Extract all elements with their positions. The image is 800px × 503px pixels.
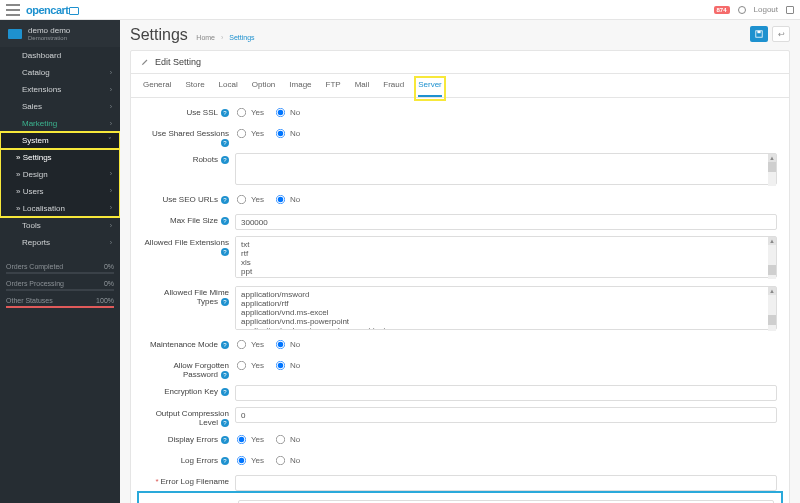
tag-icon [8,69,16,77]
save-icon [755,30,763,38]
brand-logo[interactable]: opencart [26,4,79,16]
tabs: General Store Local Option Image FTP Mai… [131,74,789,98]
disp-err-no[interactable]: No [274,433,300,446]
cart-icon [8,103,16,111]
forgot-no[interactable]: No [274,359,300,372]
panel-heading: Edit Setting [131,51,789,74]
sidebar-stats: Orders Completed0% Orders Processing0% O… [0,259,120,318]
allowed-ext-textarea[interactable]: txt rtf xls ppt odt ods [235,236,777,278]
sidebar-profile: demo demo Demonstration [0,20,120,47]
tooltip-icon[interactable]: ? [221,388,229,396]
maint-no[interactable]: No [274,338,300,351]
server-form: Use SSL? YesNo Use Shared Sessions? YesN… [131,98,789,503]
robots-textarea[interactable] [235,153,777,185]
log-err-no[interactable]: No [274,454,300,467]
tooltip-icon[interactable]: ? [221,109,229,117]
error-filename-input[interactable] [235,475,777,491]
tooltip-icon[interactable]: ? [221,156,229,164]
chart-icon [8,239,16,247]
sidebar-item-system[interactable]: System˅ [0,132,120,149]
pencil-icon [141,58,149,66]
puzzle-icon [8,86,16,94]
back-icon: ↩ [778,30,785,39]
tooltip-icon[interactable]: ? [221,371,229,379]
main-content: Settings Home › Settings ↩ Edit Setting … [120,20,800,503]
avatar [8,29,22,39]
tooltip-icon[interactable]: ? [221,298,229,306]
tab-ftp[interactable]: FTP [326,80,341,97]
share-icon [8,120,16,128]
max-file-input[interactable] [235,214,777,230]
tooltip-icon[interactable]: ? [221,217,229,225]
sidebar-item-reports[interactable]: Reports› [0,234,120,251]
top-right: 874 Logout [714,5,794,14]
wrench-icon [8,222,16,230]
tab-general[interactable]: General [143,80,171,97]
tab-local[interactable]: Local [219,80,238,97]
page-title: Settings [130,26,188,43]
ga-code-row: Google Analytics Code? <script> (functio… [143,497,777,503]
sidebar-sub-design[interactable]: » Design› [0,166,120,183]
tab-store[interactable]: Store [185,80,204,97]
breadcrumb-home[interactable]: Home [196,34,215,41]
tab-mail[interactable]: Mail [355,80,370,97]
seo-no[interactable]: No [274,193,300,206]
disp-err-yes[interactable]: Yes [235,433,264,446]
tooltip-icon[interactable]: ? [221,436,229,444]
breadcrumb: Home › Settings [196,34,254,41]
tab-fraud[interactable]: Fraud [383,80,404,97]
dashboard-icon [8,52,16,60]
sidebar-item-sales[interactable]: Sales› [0,98,120,115]
sidebar-item-extensions[interactable]: Extensions› [0,81,120,98]
tooltip-icon[interactable]: ? [221,419,229,427]
save-button[interactable] [750,26,768,42]
encryption-input[interactable] [235,385,777,401]
tooltip-icon[interactable]: ? [221,248,229,256]
sidebar-system-submenu: » Settings » Design› » Users› » Localisa… [0,149,120,217]
menu-toggle-icon[interactable] [6,4,20,16]
forgot-yes[interactable]: Yes [235,359,264,372]
tab-option[interactable]: Option [252,80,276,97]
log-err-yes[interactable]: Yes [235,454,264,467]
tab-image[interactable]: Image [289,80,311,97]
tooltip-icon[interactable]: ? [221,139,229,147]
sidebar-item-dashboard[interactable]: Dashboard [0,47,120,64]
edit-panel: Edit Setting General Store Local Option … [130,50,790,503]
top-bar: opencart 874 Logout [0,0,800,20]
sidebar-sub-localisation[interactable]: » Localisation› [0,200,120,217]
sidebar-item-catalog[interactable]: Catalog› [0,64,120,81]
shared-yes[interactable]: Yes [235,127,264,140]
breadcrumb-current[interactable]: Settings [229,34,254,41]
cancel-button[interactable]: ↩ [772,26,790,42]
use-ssl-no[interactable]: No [274,106,300,119]
seo-yes[interactable]: Yes [235,193,264,206]
tooltip-icon[interactable]: ? [221,196,229,204]
tooltip-icon[interactable]: ? [221,341,229,349]
profile-desc: Demonstration [28,35,70,41]
gear-icon [8,137,16,145]
shared-no[interactable]: No [274,127,300,140]
logout-link[interactable]: Logout [754,5,778,14]
sidebar-item-marketing[interactable]: Marketing› [0,115,120,132]
profile-name: demo demo [28,26,70,35]
use-ssl-yes[interactable]: Yes [235,106,264,119]
maint-yes[interactable]: Yes [235,338,264,351]
svg-rect-1 [757,31,760,33]
notification-badge[interactable]: 874 [714,6,730,14]
sidebar-sub-users[interactable]: » Users› [0,183,120,200]
logout-icon[interactable] [786,6,794,14]
help-icon[interactable] [738,6,746,14]
compression-input[interactable] [235,407,777,423]
sidebar-sub-settings[interactable]: » Settings [0,149,120,166]
tooltip-icon[interactable]: ? [221,457,229,465]
sidebar: demo demo Demonstration Dashboard Catalo… [0,20,120,503]
allowed-mime-textarea[interactable]: application/msword application/rtf appli… [235,286,777,330]
tab-server[interactable]: Server [418,80,442,97]
sidebar-item-tools[interactable]: Tools› [0,217,120,234]
